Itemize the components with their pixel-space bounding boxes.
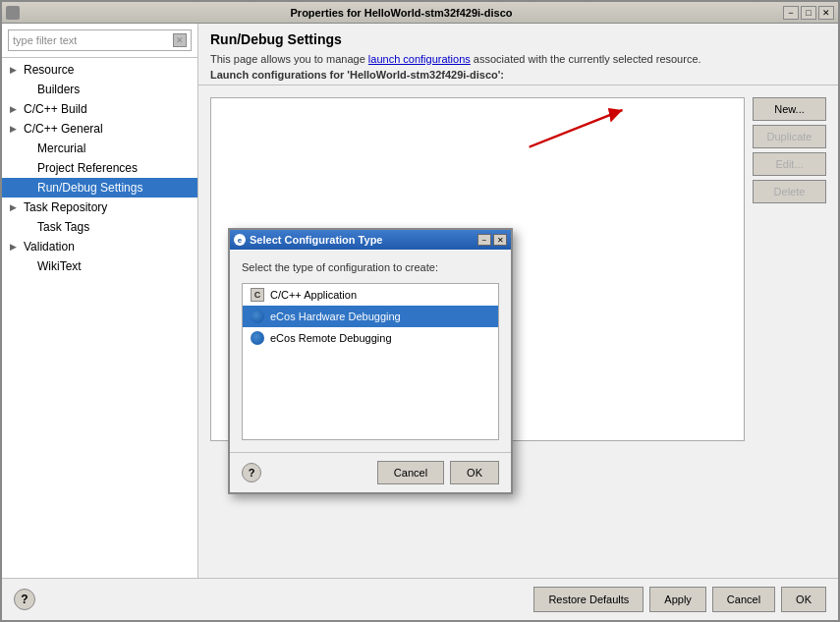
sidebar-item-resource[interactable]: ▶Resource	[2, 60, 197, 80]
right-buttons: New... Duplicate Edit... Delete	[753, 97, 826, 441]
tree-arrow-icon: ▶	[10, 65, 20, 75]
sidebar-item-label: Builders	[37, 83, 80, 96]
bottom-right: Restore Defaults Apply Cancel OK	[533, 587, 826, 612]
modal-footer: ? Cancel OK	[230, 452, 511, 492]
title-bar: Properties for HelloWorld-stm32f429i-dis…	[2, 2, 838, 24]
ecos-icon	[251, 310, 264, 323]
content-main: New... Duplicate Edit... Delete	[198, 85, 838, 578]
content-header: Run/Debug Settings This page allows you …	[198, 24, 838, 85]
filter-input-placeholder: type filter text	[13, 34, 77, 46]
modal-icon: e	[234, 234, 246, 246]
sidebar-item-task-tags[interactable]: Task Tags	[2, 217, 197, 237]
config-item-label: eCos Remote Debugging	[270, 332, 392, 344]
cancel-button[interactable]: Cancel	[712, 587, 775, 612]
sidebar-item-wikitext[interactable]: WikiText	[2, 256, 197, 276]
sidebar-item-task-repository[interactable]: ▶Task Repository	[2, 198, 197, 217]
delete-button[interactable]: Delete	[753, 180, 826, 203]
tree-arrow-icon: ▶	[10, 104, 20, 114]
config-item-1[interactable]: eCos Hardware Debugging	[243, 306, 498, 327]
sidebar-item-label: Task Tags	[37, 220, 89, 234]
config-item-label: C/C++ Application	[270, 289, 357, 301]
sidebar-item-label: Task Repository	[24, 200, 107, 214]
modal-content: Select the type of configuration to crea…	[230, 250, 511, 452]
content-description: This page allows you to manage launch co…	[210, 53, 826, 65]
bottom-bar: ? Restore Defaults Apply Cancel OK	[2, 578, 838, 620]
sidebar-item-builders[interactable]: Builders	[2, 80, 197, 99]
filter-box: type filter text ✕	[2, 24, 197, 58]
sidebar-item-label: Resource	[24, 63, 74, 77]
sidebar-item-label: C/C++ Build	[24, 102, 87, 116]
title-bar-left	[6, 6, 20, 20]
window-icon	[6, 6, 20, 20]
main-window: Properties for HelloWorld-stm32f429i-dis…	[0, 0, 840, 622]
sidebar-item-c-c---general[interactable]: ▶C/C++ General	[2, 119, 197, 139]
modal-dialog: e Select Configuration Type − ✕ Select t…	[228, 228, 513, 494]
launch-configs-link[interactable]: launch configurations	[368, 53, 471, 65]
title-bar-controls: − □ ✕	[783, 6, 834, 20]
modal-ok-button[interactable]: OK	[450, 461, 499, 484]
c-app-icon: C	[251, 288, 264, 302]
sidebar-item-label: Run/Debug Settings	[37, 181, 142, 195]
content-area: Run/Debug Settings This page allows you …	[198, 24, 838, 578]
modal-controls: − ✕	[477, 234, 507, 246]
filter-clear-button[interactable]: ✕	[173, 33, 187, 47]
config-list[interactable]: CC/C++ ApplicationeCos Hardware Debuggin…	[242, 283, 499, 440]
modal-minimize-button[interactable]: −	[477, 234, 491, 246]
config-item-2[interactable]: eCos Remote Debugging	[243, 327, 498, 349]
sidebar-item-project-references[interactable]: Project References	[2, 158, 197, 178]
modal-title-bar: e Select Configuration Type − ✕	[230, 230, 511, 250]
sidebar: type filter text ✕ ▶ResourceBuilders▶C/C…	[2, 24, 198, 578]
config-item-0[interactable]: CC/C++ Application	[243, 284, 498, 306]
launch-label: Launch configurations for 'HelloWorld-st…	[210, 69, 826, 81]
help-button[interactable]: ?	[14, 589, 35, 610]
sidebar-item-label: C/C++ General	[24, 122, 103, 136]
tree-arrow-icon: ▶	[10, 124, 20, 134]
sidebar-item-run-debug-settings[interactable]: Run/Debug Settings	[2, 178, 197, 198]
config-item-label: eCos Hardware Debugging	[270, 311, 401, 322]
modal-help-button[interactable]: ?	[242, 463, 261, 482]
maximize-button[interactable]: □	[801, 6, 816, 20]
main-layout: type filter text ✕ ▶ResourceBuilders▶C/C…	[2, 24, 838, 578]
modal-desc: Select the type of configuration to crea…	[242, 261, 499, 273]
new-button[interactable]: New...	[753, 97, 826, 121]
duplicate-button[interactable]: Duplicate	[753, 125, 826, 148]
sidebar-item-label: Project References	[37, 161, 138, 175]
sidebar-tree: ▶ResourceBuilders▶C/C++ Build▶C/C++ Gene…	[2, 58, 197, 578]
window-title: Properties for HelloWorld-stm32f429i-dis…	[20, 7, 783, 19]
ecos-icon	[251, 331, 264, 345]
content-title: Run/Debug Settings	[210, 31, 826, 47]
edit-button[interactable]: Edit...	[753, 152, 826, 176]
filter-input-container[interactable]: type filter text ✕	[8, 29, 192, 51]
sidebar-item-mercurial[interactable]: Mercurial	[2, 139, 197, 158]
close-button[interactable]: ✕	[818, 6, 834, 20]
ok-button[interactable]: OK	[781, 587, 826, 612]
restore-defaults-button[interactable]: Restore Defaults	[533, 587, 644, 612]
tree-arrow-icon: ▶	[10, 242, 20, 252]
modal-close-button[interactable]: ✕	[493, 234, 507, 246]
sidebar-item-c-c---build[interactable]: ▶C/C++ Build	[2, 99, 197, 119]
minimize-button[interactable]: −	[783, 6, 799, 20]
modal-actions: Cancel OK	[377, 461, 499, 484]
modal-title-left: e Select Configuration Type	[234, 234, 382, 246]
sidebar-item-label: Validation	[24, 240, 75, 254]
tree-arrow-icon: ▶	[10, 202, 20, 212]
sidebar-item-validation[interactable]: ▶Validation	[2, 237, 197, 256]
modal-title-text: Select Configuration Type	[250, 234, 382, 246]
bottom-left: ?	[14, 589, 35, 610]
sidebar-item-label: Mercurial	[37, 141, 85, 155]
apply-button[interactable]: Apply	[649, 587, 706, 612]
sidebar-item-label: WikiText	[37, 259, 82, 273]
modal-cancel-button[interactable]: Cancel	[377, 461, 444, 484]
